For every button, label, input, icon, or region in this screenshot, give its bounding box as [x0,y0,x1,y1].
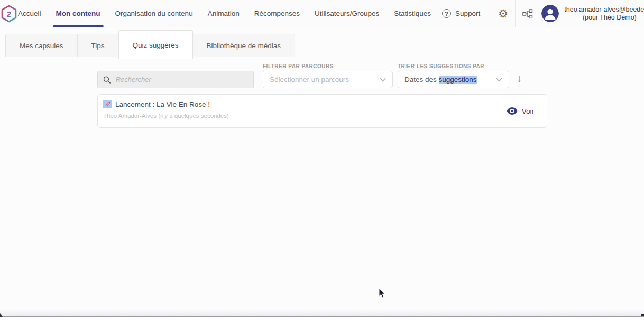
rocket-icon [104,101,111,108]
support-button[interactable]: ? Support [431,0,491,27]
hierarchy-button[interactable] [515,0,540,27]
chevron-down-icon [496,78,502,82]
mouse-cursor [379,288,386,299]
support-label: Support [455,10,480,17]
beedeez-logo-icon: 2 [0,5,18,23]
search-input[interactable] [116,76,248,84]
strip-gradient [0,309,644,316]
suggestion-title-row: Lancement : La Vie En Rose ! [103,100,538,108]
tab-bibliotheque-de-medias[interactable]: Bibliothèque de médias [192,34,295,57]
tab-mes-capsules[interactable]: Mes capsules [5,34,78,57]
account-context: (pour Théo Démo) [564,14,644,22]
nav-item-accueil[interactable]: Accueil [18,0,41,27]
view-button[interactable]: Voir [507,107,534,115]
suggestion-title: Lancement : La Vie En Rose ! [115,100,210,108]
eye-icon [507,107,518,115]
topbar-right-cluster: ? Support ⚙ [431,0,644,27]
view-button-label: Voir [522,107,534,115]
sort-value: Dates des suggestions [404,76,477,84]
account-email: theo.amador-alves@beedeez.. [564,6,644,14]
chevron-down-icon [380,78,386,82]
sitemap-icon [522,9,533,18]
tab-tips[interactable]: Tips [77,34,119,57]
strip-footer [0,317,644,324]
sort-select[interactable]: Dates des suggestions [398,71,509,88]
svg-text:2: 2 [7,10,11,18]
gear-icon: ⚙ [498,7,508,20]
avatar [541,5,559,22]
sort-direction-arrow[interactable]: ↓ [517,72,522,85]
recording-progress-strip [0,309,644,324]
content-tabs: Mes capsules Tips Quiz suggérés Biblioth… [0,27,644,59]
suggestion-meta: Théo Amador-Alves (il y a quelques secon… [103,113,538,119]
search-icon [103,76,111,84]
top-navigation-bar: 2 Accueil Mon contenu Organisation du co… [0,0,644,27]
beedeez-logo[interactable]: 2 [0,0,18,27]
account-identity: theo.amador-alves@beedeez.. (pour Théo D… [564,6,644,22]
nav-item-animation[interactable]: Animation [208,0,240,27]
filter-by-course-label: FILTRER PAR PARCOURS [263,63,334,69]
nav-item-organisation-du-contenu[interactable]: Organisation du contenu [115,0,193,27]
progress-playhead [0,313,3,317]
rocket-emoji [103,100,112,108]
search-box [97,71,254,88]
course-filter-value: Sélectionner un parcours [270,76,349,84]
settings-button[interactable]: ⚙ [491,0,515,27]
app-window: 2 Accueil Mon contenu Organisation du co… [0,0,644,324]
sort-suggestions-label: TRIER LES SUGGESTIONS PAR [398,63,484,69]
course-filter-select[interactable]: Sélectionner un parcours [263,71,393,88]
progress-end-tick [641,314,644,316]
nav-item-utilisateurs-groupes[interactable]: Utilisateurs/Groupes [315,0,379,27]
help-icon: ? [442,9,451,18]
account-menu[interactable]: theo.amador-alves@beedeez.. (pour Théo D… [540,0,644,27]
suggestion-card[interactable]: Lancement : La Vie En Rose ! Théo Amador… [97,94,547,128]
tab-quiz-suggeres[interactable]: Quiz suggérés [118,30,193,59]
nav-item-mon-contenu[interactable]: Mon contenu [56,0,100,27]
user-icon [541,5,559,22]
nav-item-recompenses[interactable]: Récompenses [254,0,300,27]
main-nav: Accueil Mon contenu Organisation du cont… [18,0,431,27]
selected-text: suggestions [439,76,477,84]
nav-item-statistiques[interactable]: Statistiques [394,0,431,27]
